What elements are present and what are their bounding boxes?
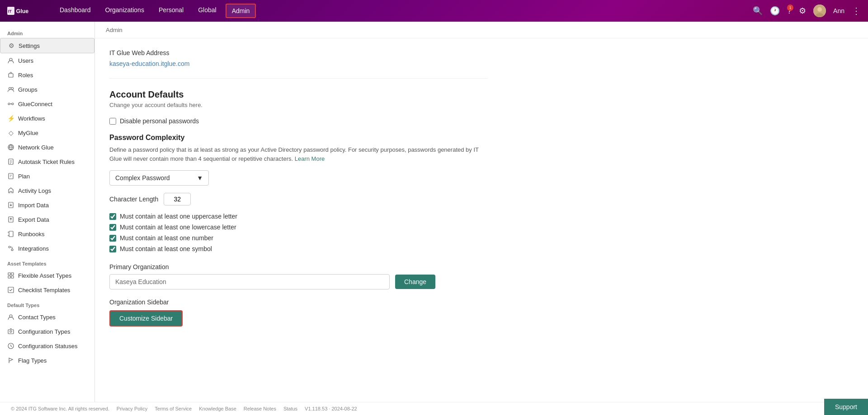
help-icon[interactable]: ? 1 xyxy=(787,6,792,16)
sidebar-item-contact-types[interactable]: Contact Types xyxy=(0,310,94,324)
roles-icon xyxy=(7,71,14,79)
networkglue-icon xyxy=(7,144,14,151)
sidebar-item-myglue[interactable]: ◇ MyGlue xyxy=(0,126,94,140)
svg-rect-17 xyxy=(9,231,13,237)
uppercase-label: Must contain at least one uppercase lett… xyxy=(120,213,237,220)
sidebar-item-label: Workflows xyxy=(18,115,45,122)
lowercase-row: Must contain at least one lowercase lett… xyxy=(109,224,487,231)
svg-rect-24 xyxy=(8,287,14,293)
disable-passwords-row: Disable personal passwords xyxy=(109,117,487,125)
sidebar-item-exportdata[interactable]: Export Data xyxy=(0,212,94,227)
footer-knowledge[interactable]: Knowledge Base xyxy=(199,406,236,411)
password-complexity-desc: Define a password policy that is at leas… xyxy=(109,145,487,163)
lowercase-checkbox[interactable] xyxy=(109,224,116,231)
sidebar-item-roles[interactable]: Roles xyxy=(0,68,94,82)
sidebar-item-label: Autotask Ticket Rules xyxy=(18,159,75,165)
sidebar-item-groups[interactable]: Groups xyxy=(0,82,94,97)
svg-rect-7 xyxy=(9,74,13,77)
sidebar-item-integrations[interactable]: Integrations xyxy=(0,241,94,256)
sidebar-item-activitylogs[interactable]: Activity Logs xyxy=(0,183,94,198)
sidebar-item-label: Runbooks xyxy=(18,231,45,238)
contact-types-icon xyxy=(7,313,14,321)
importdata-icon xyxy=(7,201,14,209)
number-row: Must contain at least one number xyxy=(109,234,487,242)
activitylogs-icon xyxy=(7,187,14,194)
grid-icon[interactable]: ⋮ xyxy=(852,5,861,16)
breadcrumb: Admin xyxy=(106,27,123,33)
learn-more-link[interactable]: Learn More xyxy=(295,155,325,162)
logo[interactable]: IT Glue xyxy=(7,5,43,17)
char-length-row: Character Length xyxy=(109,193,487,205)
symbol-row: Must contain at least one symbol xyxy=(109,245,487,252)
sidebar-item-checklist-templates[interactable]: Checklist Templates xyxy=(0,283,94,297)
nav-organizations[interactable]: Organizations xyxy=(100,4,150,18)
uppercase-row: Must contain at least one uppercase lett… xyxy=(109,213,487,220)
primary-org-input[interactable] xyxy=(109,274,390,289)
sidebar-item-settings[interactable]: ⚙ Settings xyxy=(0,38,94,53)
char-length-label: Character Length xyxy=(109,196,158,203)
content-area: IT Glue Web Address kaseya-education.itg… xyxy=(95,38,502,337)
sidebar-item-networkglue[interactable]: Network Glue xyxy=(0,140,94,154)
configuration-types-icon xyxy=(7,328,14,335)
svg-point-27 xyxy=(10,331,12,332)
org-sidebar-title: Organization Sidebar xyxy=(109,298,487,306)
uppercase-checkbox[interactable] xyxy=(109,213,116,220)
sidebar-item-importdata[interactable]: Import Data xyxy=(0,198,94,212)
sidebar-item-plan[interactable]: Plan xyxy=(0,169,94,183)
customize-sidebar-button[interactable]: Customize Sidebar xyxy=(109,310,183,326)
sidebar-item-users[interactable]: Users xyxy=(0,53,94,68)
sidebar-default-types-label: Default Types xyxy=(0,297,94,310)
footer-release[interactable]: Release Notes xyxy=(244,406,276,411)
exportdata-icon xyxy=(7,216,14,223)
sidebar-item-label: Configuration Types xyxy=(18,328,70,335)
footer: © 2024 ITG Software Inc. All rights rese… xyxy=(0,402,868,415)
svg-rect-23 xyxy=(11,276,14,278)
sidebar-item-label: Flexible Asset Types xyxy=(18,272,71,279)
clock-icon[interactable]: 🕐 xyxy=(770,6,780,16)
nav-personal[interactable]: Personal xyxy=(153,4,189,18)
org-sidebar-section: Organization Sidebar Customize Sidebar xyxy=(109,298,487,326)
gear-icon[interactable]: ⚙ xyxy=(799,6,806,16)
sidebar-item-glueconnect[interactable]: GlueConnect xyxy=(0,97,94,111)
settings-icon: ⚙ xyxy=(8,42,15,49)
password-complexity-title: Password Complexity xyxy=(109,134,487,142)
sidebar-item-label: Plan xyxy=(18,173,30,180)
footer-copyright: © 2024 ITG Software Inc. All rights rese… xyxy=(11,406,109,411)
sidebar-item-workflows[interactable]: ⚡ Workflows xyxy=(0,111,94,126)
char-length-input[interactable] xyxy=(164,193,191,205)
footer-terms[interactable]: Terms of Service xyxy=(155,406,192,411)
symbol-checkbox[interactable] xyxy=(109,246,116,252)
disable-passwords-checkbox[interactable] xyxy=(109,118,116,125)
footer-status[interactable]: Status xyxy=(283,406,297,411)
sidebar-item-flexible-asset-types[interactable]: Flexible Asset Types xyxy=(0,268,94,283)
nav-admin[interactable]: Admin xyxy=(226,4,256,18)
topnav-links: Dashboard Organizations Personal Global … xyxy=(54,4,753,18)
web-address-group: IT Glue Web Address kaseya-education.itg… xyxy=(109,49,487,67)
web-address-value: kaseya-education.itglue.com xyxy=(109,60,487,67)
sidebar-item-label: Import Data xyxy=(18,202,49,209)
plan-icon xyxy=(7,173,14,180)
disable-passwords-label: Disable personal passwords xyxy=(120,117,199,125)
sidebar-item-autotask[interactable]: Autotask Ticket Rules xyxy=(0,154,94,169)
layout: Admin ⚙ Settings Users Roles Groups xyxy=(0,22,868,415)
account-defaults-title: Account Defaults xyxy=(109,89,487,100)
notification-badge: 1 xyxy=(787,5,793,11)
sidebar-item-flag-types[interactable]: Flag Types xyxy=(0,353,94,368)
sidebar-item-configuration-statuses[interactable]: Configuration Statuses xyxy=(0,339,94,353)
search-icon[interactable]: 🔍 xyxy=(753,6,763,16)
username[interactable]: Ann xyxy=(833,7,844,14)
sidebar-item-runbooks[interactable]: Runbooks xyxy=(0,227,94,241)
footer-privacy[interactable]: Privacy Policy xyxy=(117,406,147,411)
password-type-dropdown[interactable]: Complex Password ▼ xyxy=(109,170,209,186)
change-button[interactable]: Change xyxy=(395,275,435,289)
nav-global[interactable]: Global xyxy=(193,4,222,18)
number-checkbox[interactable] xyxy=(109,235,116,242)
svg-point-9 xyxy=(11,88,14,90)
nav-dashboard[interactable]: Dashboard xyxy=(54,4,96,18)
sidebar-item-label: GlueConnect xyxy=(18,101,52,107)
avatar[interactable] xyxy=(813,5,826,17)
sidebar-item-configuration-types[interactable]: Configuration Types xyxy=(0,324,94,339)
main-content: Admin IT Glue Web Address kaseya-educati… xyxy=(95,22,868,415)
support-button[interactable]: Support xyxy=(824,399,868,415)
users-icon xyxy=(7,57,14,64)
